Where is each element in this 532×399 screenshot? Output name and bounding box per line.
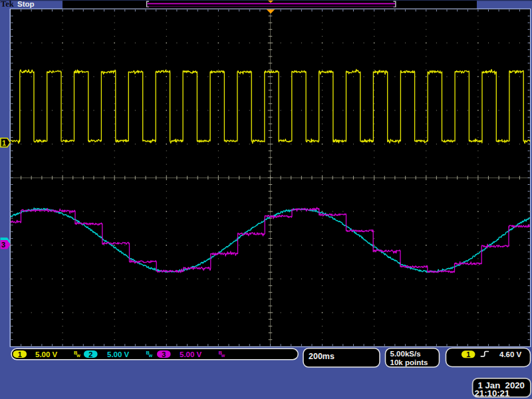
svg-text:5.00 V: 5.00 V: [107, 350, 130, 358]
svg-text:4.60 V: 4.60 V: [499, 350, 522, 358]
svg-text:21:10:21: 21:10:21: [475, 388, 510, 398]
svg-text:3: 3: [162, 350, 166, 358]
svg-text:1: 1: [466, 350, 470, 358]
svg-text:10k points: 10k points: [390, 358, 428, 366]
svg-text:w: w: [221, 353, 225, 358]
svg-text:5.00 V: 5.00 V: [35, 350, 58, 358]
svg-text:200ms: 200ms: [309, 352, 334, 361]
svg-text:1: 1: [18, 350, 22, 358]
svg-text:1: 1: [2, 139, 6, 147]
svg-text:Stop: Stop: [17, 0, 35, 8]
svg-text:Tek: Tek: [1, 0, 14, 9]
svg-text:w: w: [76, 353, 80, 358]
svg-text:3: 3: [1, 241, 5, 249]
svg-text:2: 2: [88, 350, 92, 358]
svg-text:5.00 V: 5.00 V: [180, 350, 202, 358]
svg-text:5.00kS/s: 5.00kS/s: [390, 350, 421, 358]
svg-text:w: w: [148, 353, 153, 358]
